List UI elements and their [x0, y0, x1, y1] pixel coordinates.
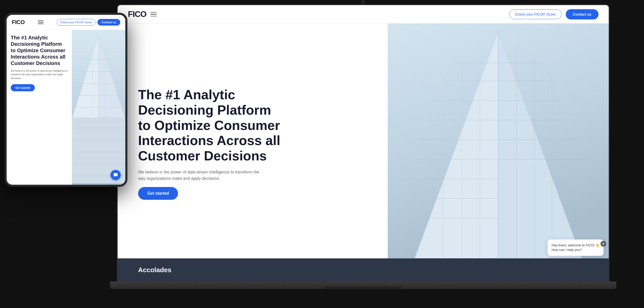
laptop-hero-subtitle: We believe in the power of data-driven i…	[138, 169, 261, 182]
tablet-hero-title: The #1 Analytic Decisioning Platform to …	[11, 35, 68, 67]
laptop-hero-left: The #1 Analytic Decisioning Platform to …	[118, 24, 388, 258]
tablet-hero: The #1 Analytic Decisioning Platform to …	[7, 30, 125, 185]
tablet-contact-button[interactable]: Contact us	[97, 19, 120, 26]
laptop-nav-right: Check your FICO® Score Contact us	[509, 9, 598, 19]
chat-close-button[interactable]	[601, 241, 606, 247]
laptop-nav-left: FICO	[128, 9, 157, 19]
scene: FICO Check your FICO® Score Contact us T…	[0, 0, 644, 308]
chat-prompt: How can I help you?	[552, 248, 599, 252]
laptop-score-button[interactable]: Check your FICO® Score	[509, 9, 562, 19]
tablet-logo: FICO	[12, 19, 25, 26]
tablet-hero-text: The #1 Analytic Decisioning Platform to …	[7, 30, 72, 185]
laptop-get-started-button[interactable]: Get started	[138, 187, 178, 200]
tablet-screen: FICO Check your FICO® Score Contact us T…	[7, 15, 125, 185]
laptop-camera	[361, 0, 365, 4]
chat-widget-content: Hey there, welcome to FICO! 👋 How can I …	[552, 243, 599, 252]
chat-widget: Hey there, welcome to FICO! 👋 How can I …	[548, 239, 604, 256]
laptop-device: FICO Check your FICO® Score Contact us T…	[110, 0, 616, 308]
laptop-navbar: FICO Check your FICO® Score Contact us	[118, 5, 609, 24]
laptop-accolades-title: Accolades	[138, 266, 171, 274]
tablet-hero-image	[72, 30, 125, 185]
tablet-get-started-button[interactable]: Get started	[11, 84, 35, 91]
tablet-device: FICO Check your FICO® Score Contact us T…	[5, 13, 127, 187]
laptop-screen-wrapper: FICO Check your FICO® Score Contact us T…	[118, 5, 609, 281]
tablet-chat-button[interactable]	[110, 170, 121, 180]
laptop-hero: The #1 Analytic Decisioning Platform to …	[118, 24, 609, 258]
laptop-logo: FICO	[128, 9, 146, 19]
tablet-navbar: FICO Check your FICO® Score Contact us	[7, 15, 125, 30]
tablet-nav-buttons: Check your FICO® Score Contact us	[57, 19, 120, 26]
laptop-building-graphic	[388, 24, 609, 258]
laptop-accolades-section: Accolades	[118, 258, 609, 281]
laptop-hero-right	[388, 24, 609, 258]
laptop-contact-button[interactable]: Contact us	[566, 9, 598, 19]
chat-greeting: Hey there, welcome to FICO! 👋	[552, 243, 599, 248]
laptop-hamburger-icon[interactable]	[150, 12, 157, 17]
tablet-building-graphic	[72, 30, 125, 185]
tablet-score-button[interactable]: Check your FICO® Score	[57, 19, 95, 26]
tablet-hero-subtitle: We believe in the power of data-driven i…	[11, 69, 68, 80]
laptop-base	[110, 281, 616, 289]
laptop-hero-title: The #1 Analytic Decisioning Platform to …	[138, 87, 286, 164]
laptop-screen: FICO Check your FICO® Score Contact us T…	[118, 5, 609, 281]
tablet-hamburger-icon[interactable]	[38, 20, 43, 24]
